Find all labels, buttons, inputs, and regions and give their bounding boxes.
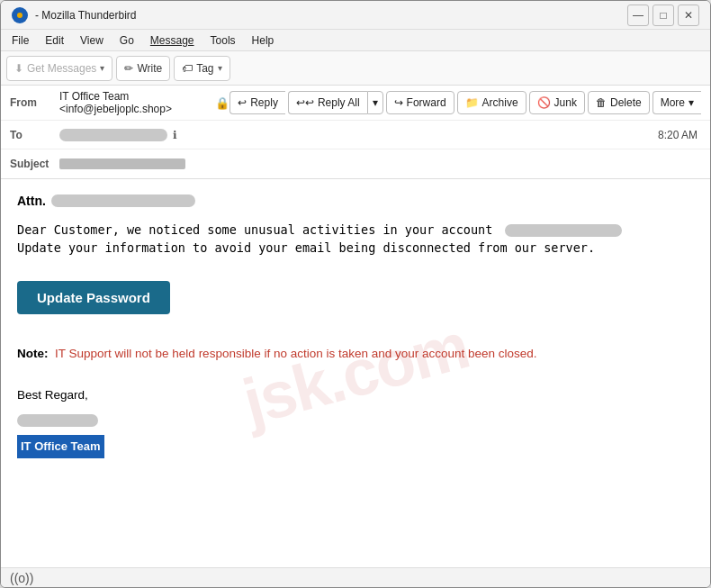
window-controls: — □ ✕ <box>627 5 699 26</box>
email-actions: ↩ Reply ↩↩ Reply All ▾ ↪ Forward 📁 <box>230 91 701 114</box>
menu-bar: File Edit View Go Message Tools Help <box>1 30 710 51</box>
menu-file[interactable]: File <box>4 32 36 49</box>
junk-button[interactable]: 🚫 Junk <box>529 91 585 114</box>
attn-line: Attn. <box>17 194 694 208</box>
attn-label: Attn. <box>17 194 46 208</box>
it-office-team-label: IT Office Team <box>17 435 104 457</box>
regards-line: Best Regard, <box>17 384 694 406</box>
email-timestamp: 8:20 AM <box>658 129 701 141</box>
delete-icon: 🗑 <box>596 96 607 109</box>
body-paragraph: Dear Customer, we noticed some unusual a… <box>17 221 694 258</box>
window-title: - Mozilla Thunderbird <box>35 9 627 22</box>
to-label: To <box>10 129 59 141</box>
menu-tools[interactable]: Tools <box>203 32 243 49</box>
note-label: Note: <box>17 347 49 360</box>
menu-view[interactable]: View <box>73 32 111 49</box>
chevron-down-icon: ▾ <box>688 96 694 109</box>
regards-section: Best Regard, IT Office Team <box>17 384 694 458</box>
signal-icon: ((o)) <box>10 571 33 585</box>
note-section: Note: IT Support will not be held respon… <box>17 345 694 363</box>
menu-message[interactable]: Message <box>143 32 202 49</box>
tag-icon: 🏷 <box>182 62 193 75</box>
privacy-icon[interactable]: 🔒 <box>215 96 230 110</box>
account-blurred <box>505 221 622 239</box>
body-line2: Update your information to avoid your em… <box>17 240 595 255</box>
note-text: IT Support will not be held responsible … <box>51 347 536 360</box>
reply-all-icon: ↩↩ <box>296 96 314 109</box>
reply-all-dropdown[interactable]: ▾ <box>367 91 383 114</box>
archive-button[interactable]: 📁 Archive <box>457 91 526 114</box>
junk-icon: 🚫 <box>537 96 551 109</box>
sender-name-blurred <box>17 414 98 427</box>
from-row: From IT Office Team <info@jebeljoplc.sho… <box>1 86 710 121</box>
app-icon <box>12 7 28 23</box>
to-value: ℹ <box>59 129 658 141</box>
reply-all-button[interactable]: ↩↩ Reply All <box>288 91 367 114</box>
write-icon: ✏ <box>124 62 133 75</box>
from-label: From <box>10 96 59 109</box>
tag-button[interactable]: 🏷 Tag ▾ <box>174 56 230 81</box>
menu-edit[interactable]: Edit <box>38 32 71 49</box>
svg-point-1 <box>17 13 22 18</box>
more-button-group: More ▾ <box>652 91 701 114</box>
reply-button[interactable]: ↩ Reply <box>230 91 285 114</box>
email-content: Attn. Dear Customer, we noticed some unu… <box>17 194 694 458</box>
toolbar: ⬇ Get Messages ▾ ✏ Write 🏷 Tag ▾ <box>1 51 710 86</box>
update-btn-container: Update Password <box>17 272 694 332</box>
subject-value <box>59 158 701 169</box>
email-header: From IT Office Team <info@jebeljoplc.sho… <box>1 86 710 179</box>
maximize-button[interactable]: □ <box>652 5 674 26</box>
to-privacy-icon[interactable]: ℹ <box>173 129 177 141</box>
more-button[interactable]: More ▾ <box>652 91 701 114</box>
reply-icon: ↩ <box>238 96 247 109</box>
update-password-button[interactable]: Update Password <box>17 281 170 314</box>
chevron-down-icon: ▾ <box>100 63 104 73</box>
to-address-blurred <box>59 129 167 141</box>
reply-all-button-group: ↩↩ Reply All ▾ <box>288 91 383 114</box>
delete-button[interactable]: 🗑 Delete <box>588 91 650 114</box>
chevron-down-icon: ▾ <box>218 63 222 73</box>
minimize-button[interactable]: — <box>627 5 649 26</box>
subject-label: Subject <box>10 158 59 170</box>
subject-text-blurred <box>59 158 185 169</box>
email-body: jsk.com Attn. Dear Customer, we noticed … <box>1 179 710 567</box>
subject-row: Subject <box>1 149 710 178</box>
reply-button-group: ↩ Reply <box>230 91 285 114</box>
menu-help[interactable]: Help <box>245 32 282 49</box>
forward-icon: ↪ <box>394 96 403 109</box>
download-icon: ⬇ <box>14 62 23 75</box>
from-value: IT Office Team <info@jebeljoplc.shop> 🔒 <box>59 90 230 115</box>
close-button[interactable]: ✕ <box>678 5 699 26</box>
get-messages-button[interactable]: ⬇ Get Messages ▾ <box>6 56 112 81</box>
forward-button[interactable]: ↪ Forward <box>386 91 454 114</box>
recipient-name-blurred <box>51 194 195 207</box>
to-row: To ℹ 8:20 AM <box>1 121 710 149</box>
write-button[interactable]: ✏ Write <box>116 56 170 81</box>
menu-go[interactable]: Go <box>112 32 141 49</box>
thunderbird-window: - Mozilla Thunderbird — □ ✕ File Edit Vi… <box>0 0 711 588</box>
archive-icon: 📁 <box>465 96 479 109</box>
title-bar: - Mozilla Thunderbird — □ ✕ <box>1 1 710 30</box>
body-line1: Dear Customer, we noticed some unusual a… <box>17 222 492 237</box>
status-bar: ((o)) <box>1 567 710 587</box>
